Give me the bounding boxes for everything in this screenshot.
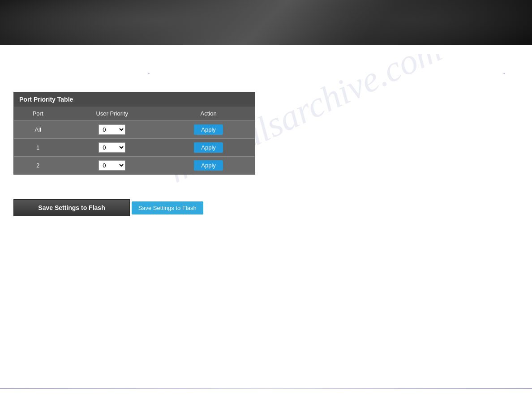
bottom-separator [0,388,532,389]
col-action: Action [162,107,255,121]
priority-select-0[interactable]: 01234567 [99,124,125,135]
left-nav-link[interactable] [148,67,150,74]
table-header-row: Port User Priority Action [14,107,255,121]
cell-action-1: Apply [162,139,255,157]
save-settings-flash-blue-button[interactable]: Save Settings to Flash [132,201,203,214]
table-row: 101234567Apply [14,139,255,157]
nav-links [13,67,519,74]
priority-select-1[interactable]: 01234567 [99,142,125,153]
cell-priority-0: 01234567 [62,121,162,139]
port-priority-table: Port User Priority Action All01234567App… [14,107,255,174]
header-banner [0,0,532,45]
cell-port-0: All [14,121,62,139]
cell-priority-1: 01234567 [62,139,162,157]
apply-button-0[interactable]: Apply [194,124,223,135]
cell-priority-2: 01234567 [62,157,162,175]
port-priority-table-container: Port Priority Table Port User Priority A… [13,92,255,175]
apply-button-2[interactable]: Apply [194,160,223,171]
save-settings-flash-dark-button[interactable]: Save Settings to Flash [13,199,130,216]
nav-link-left [148,67,150,74]
table-row: 201234567Apply [14,157,255,175]
main-content: Port Priority Table Port User Priority A… [0,45,532,225]
col-port: Port [14,107,62,121]
right-nav-link[interactable] [503,67,505,74]
col-user-priority: User Priority [62,107,162,121]
cell-port-1: 1 [14,139,62,157]
cell-port-2: 2 [14,157,62,175]
nav-link-right [503,67,505,74]
cell-action-2: Apply [162,157,255,175]
save-flash-blue-container: Save Settings to Flash [132,201,203,214]
table-row: All01234567Apply [14,121,255,139]
table-title: Port Priority Table [14,92,255,107]
priority-select-2[interactable]: 01234567 [99,160,125,171]
cell-action-0: Apply [162,121,255,139]
apply-button-1[interactable]: Apply [194,142,223,153]
save-flash-dark-container: Save Settings to Flash [13,199,130,216]
